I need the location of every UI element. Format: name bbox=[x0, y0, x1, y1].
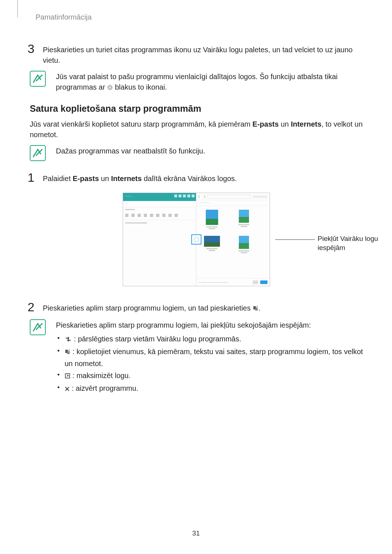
step-3: 3 Pieskarieties un turiet citas programm… bbox=[28, 42, 363, 66]
page-side-rule bbox=[17, 0, 18, 17]
figure-right-pane: —————— — ——————————————— bbox=[196, 193, 270, 286]
figure-multiwindow: ——— — —————— bbox=[30, 193, 363, 286]
step-2-text: Pieskarieties aplim starp programmu logi… bbox=[43, 301, 261, 314]
maximize-icon bbox=[65, 371, 70, 382]
multi-instance-icon bbox=[107, 83, 113, 93]
page-number: 31 bbox=[0, 529, 392, 537]
note-options: Pieskarieties aplim starp programmu logi… bbox=[30, 319, 363, 395]
close-icon bbox=[65, 383, 70, 395]
section-title: Satura koplietošana starp programmām bbox=[30, 103, 363, 114]
drag-share-icon bbox=[65, 347, 70, 358]
callout-label: Piekļūt Vairāku logu iespējām bbox=[318, 234, 387, 252]
option-maximize: : maksimizēt logu. bbox=[56, 370, 363, 382]
note-same-app-text: Jūs varat palaist to pašu programmu vien… bbox=[56, 71, 363, 93]
step-1-number: 1 bbox=[28, 171, 43, 184]
note-icon bbox=[30, 145, 46, 161]
option-close: : aizvērt programmu. bbox=[56, 383, 363, 395]
swap-icon bbox=[65, 334, 72, 345]
note-unsupported-text: Dažas programmas var neatbalstīt šo funk… bbox=[56, 145, 205, 156]
note-same-app: Jūs varat palaist to pašu programmu vien… bbox=[30, 71, 363, 93]
option-drag-share: : koplietojiet vienumus, kā piemēram, te… bbox=[56, 346, 363, 369]
svg-rect-7 bbox=[67, 351, 70, 354]
drag-share-icon bbox=[253, 304, 258, 314]
step-3-text: Pieskarieties un turiet citas programmas… bbox=[43, 42, 363, 66]
note-options-lead: Pieskarieties aplim starp programmu logi… bbox=[56, 320, 363, 331]
svg-rect-4 bbox=[255, 308, 258, 311]
intro-text: Jūs varat vienkārši koplietot saturu sta… bbox=[30, 119, 363, 140]
step-2-number: 2 bbox=[28, 301, 43, 313]
option-swap: : pārslēgties starp vietām Vairāku logu … bbox=[56, 333, 363, 345]
note-unsupported: Dažas programmas var neatbalstīt šo funk… bbox=[30, 145, 363, 161]
options-list: : pārslēgties starp vietām Vairāku logu … bbox=[56, 333, 363, 395]
note-icon bbox=[30, 319, 46, 335]
step-1: 1 Palaidiet E-pasts un Internets dalītā … bbox=[28, 171, 363, 184]
note-options-body: Pieskarieties aplim starp programmu logi… bbox=[56, 319, 363, 395]
step-1-text: Palaidiet E-pasts un Internets dalītā ek… bbox=[43, 171, 237, 184]
figure-left-pane: ——— — bbox=[123, 193, 196, 286]
note-icon bbox=[30, 71, 46, 87]
breadcrumb: Pamatinformācija bbox=[36, 13, 363, 21]
step-2: 2 Pieskarieties aplim starp programmu lo… bbox=[28, 301, 363, 314]
callout-line bbox=[275, 239, 315, 240]
multiwindow-handle[interactable] bbox=[191, 234, 201, 245]
step-3-number: 3 bbox=[28, 42, 43, 55]
